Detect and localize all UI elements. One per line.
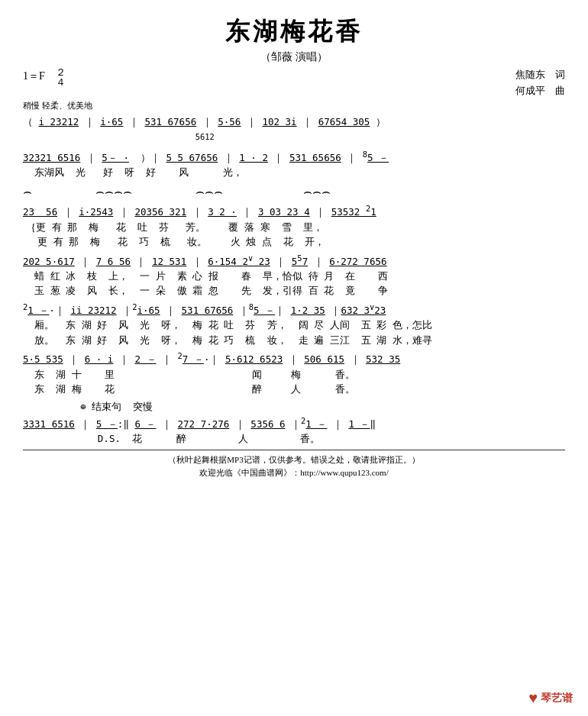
logo-area: ♥ 琴艺谱 — [528, 689, 573, 707]
score-block-5: 202 5·617 ｜ 7 6 56 ｜ 12 531 ｜ 6·154 2∨ 2… — [23, 252, 565, 298]
logo-text: 琴艺谱 — [541, 692, 573, 705]
title-section: 东湖梅花香 （邹薇 演唱） — [23, 15, 565, 64]
score-block-4: ｛更 有 那 梅 花 吐 芬 芳。 覆 落 寒 雪 里， 更 有 那 梅 花 巧… — [26, 220, 568, 250]
key-time: 1＝F ２４ — [23, 67, 66, 87]
score-block-7: 5·5 535 ｜ 6 · i ｜ 2 － ｜ 27 －·｜ 5·612 652… — [23, 350, 565, 396]
meta-row: 1＝F ２４ 焦随东 词 何成平 曲 — [23, 67, 565, 99]
score-block-8: ⊕ 结束句 突慢 3331 6516 ｜ 5 －:‖ 6 － ｜ 272 7·2… — [23, 399, 565, 446]
score-block-3: ⌢ ⌢⌢⌢⌢ ⌢⌢⌢ ⌢⌢⌢ 23 56 ｜ i·2543 ｜ 20356 32… — [23, 181, 565, 219]
subtitle: （邹薇 演唱） — [23, 50, 565, 64]
footer-note: （秋叶起舞根据MP3记谱，仅供参考。错误之处，敬请批评指正。） — [23, 453, 565, 467]
music-content: （ i 23212 ｜ i·65 ｜ 531 67656 ｜ 5·56 ｜ 10… — [23, 114, 565, 447]
lyricist: 焦随东 词 — [515, 67, 565, 83]
composer: 何成平 曲 — [515, 83, 565, 99]
page: 东湖梅花香 （邹薇 演唱） 1＝F ２４ 焦随东 词 何成平 曲 稍慢 轻柔、优… — [0, 0, 588, 716]
main-title: 东湖梅花香 — [23, 15, 565, 49]
meta-left: 1＝F ２４ — [23, 67, 66, 87]
footer-website: 欢迎光临《中国曲谱网》：http://www.qupu123.com/ — [23, 466, 565, 480]
divider — [23, 450, 565, 450]
footer-text: （秋叶起舞根据MP3记谱，仅供参考。错误之处，敬请批评指正。） 欢迎光临《中国曲… — [23, 453, 565, 480]
score-block-1: （ i 23212 ｜ i·65 ｜ 531 67656 ｜ 5·56 ｜ 10… — [23, 114, 565, 129]
tempo: 稍慢 轻柔、优美地 — [23, 100, 565, 111]
meta-right: 焦随东 词 何成平 曲 — [515, 67, 565, 99]
score-block-2: 5612 32321 6516 ｜ 5－ · ）｜ 5 5 67656 ｜ 1 … — [23, 131, 565, 179]
logo-heart-icon: ♥ — [528, 689, 538, 707]
score-block-6: 21 －·｜ ii 23212 ｜2i·65 ｜ 531 67656 ｜85 －… — [23, 301, 565, 347]
